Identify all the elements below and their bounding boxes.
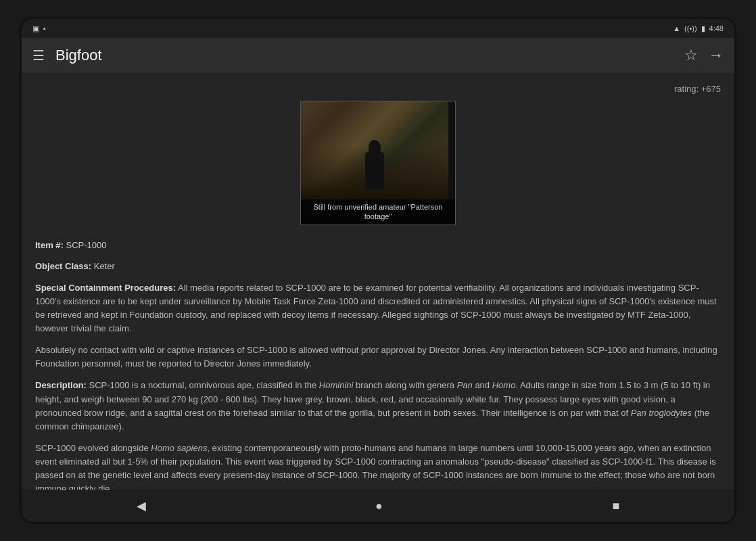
article-body: Item #: SCP-1000 Object Class: Keter Spe… xyxy=(35,239,721,490)
status-bar: ▣ ▪ ▲ ((•)) ▮ 4:48 xyxy=(22,19,734,38)
image-caption: Still from unverified amateur "Patterson… xyxy=(301,199,455,225)
status-left-icons: ▣ ▪ xyxy=(32,24,46,33)
image-container: Still from unverified amateur "Patterson… xyxy=(35,101,721,225)
item-number-label: Item #: xyxy=(35,240,64,250)
tablet-device: ▣ ▪ ▲ ((•)) ▮ 4:48 ☰ Bigfoot ☆ → rating:… xyxy=(20,17,736,524)
status-time: 4:48 xyxy=(709,24,724,32)
app-bar-actions: ☆ → xyxy=(684,47,724,64)
description-text: SCP-1000 is a nocturnal, omnivorous ape,… xyxy=(35,380,710,431)
app-bar: ☰ Bigfoot ☆ → xyxy=(22,38,734,73)
containment-section: Special Containment Procedures: All medi… xyxy=(35,281,721,336)
sim-icon: ▣ xyxy=(32,24,39,33)
containment-section2: Absolutely no contact with wild or capti… xyxy=(35,344,721,371)
recents-button[interactable]: ■ xyxy=(592,492,640,520)
nav-bar: ◀ ● ■ xyxy=(22,490,734,522)
description-section: Description: SCP-1000 is a nocturnal, om… xyxy=(35,379,721,433)
description-label: Description: xyxy=(35,380,87,390)
battery-icon: ▮ xyxy=(701,24,705,33)
notification-icon: ▪ xyxy=(43,24,46,32)
image-box: Still from unverified amateur "Patterson… xyxy=(300,101,456,225)
forward-icon[interactable]: → xyxy=(709,47,724,64)
status-right-area: ▲ ((•)) ▮ 4:48 xyxy=(673,24,724,33)
containment-label: Special Containment Procedures: xyxy=(35,283,176,293)
star-icon[interactable]: ☆ xyxy=(684,47,698,64)
home-button[interactable]: ● xyxy=(355,492,403,520)
item-number-value: SCP-1000 xyxy=(66,240,107,250)
content-area[interactable]: rating: +675 Still from unverified amate… xyxy=(22,73,734,490)
rating-display: rating: +675 xyxy=(35,84,721,94)
signal-icon: ▲ xyxy=(673,24,680,32)
bigfoot-image xyxy=(301,101,448,199)
description-section2: SCP-1000 evolved alongside Homo sapiens,… xyxy=(35,442,721,490)
item-number-row: Item #: SCP-1000 xyxy=(35,239,721,252)
back-button[interactable]: ◀ xyxy=(116,492,166,520)
wifi-icon: ((•)) xyxy=(684,24,697,32)
page-title: Bigfoot xyxy=(55,47,684,64)
object-class-label: Object Class: xyxy=(35,261,91,271)
menu-icon[interactable]: ☰ xyxy=(32,47,45,64)
object-class-value: Keter xyxy=(94,261,115,271)
object-class-row: Object Class: Keter xyxy=(35,260,721,273)
bigfoot-figure xyxy=(365,152,384,189)
